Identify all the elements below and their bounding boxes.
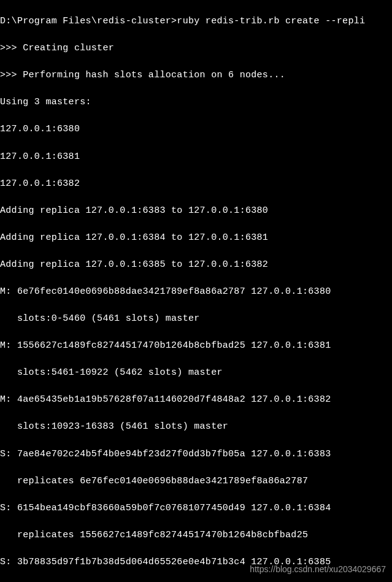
terminal-line: M: 1556627c1489fc82744517470b1264b8cbfba… — [0, 339, 392, 353]
terminal-line: slots:5461-10922 (5462 slots) master — [0, 366, 392, 380]
terminal-line: D:\Program Files\redis-cluster>ruby redi… — [0, 15, 392, 28]
terminal-line: slots:0-5460 (5461 slots) master — [0, 312, 392, 326]
terminal-output: D:\Program Files\redis-cluster>ruby redi… — [0, 1, 392, 582]
terminal-line: 127.0.0.1:6380 — [0, 123, 392, 136]
terminal-line: Adding replica 127.0.0.1:6384 to 127.0.0… — [0, 231, 392, 245]
terminal-line: S: 6154bea149cbf83660a59b0f7c07681077450… — [0, 502, 392, 515]
terminal-line: 127.0.0.1:6382 — [0, 177, 392, 191]
terminal-line: replicates 6e76fec0140e0696b88dae3421789… — [0, 475, 392, 488]
terminal-line: M: 4ae65435eb1a19b57628f07a1146020d7f484… — [0, 393, 392, 407]
terminal-line: Adding replica 127.0.0.1:6385 to 127.0.0… — [0, 258, 392, 272]
terminal-line: Using 3 masters: — [0, 96, 392, 109]
terminal-line: Adding replica 127.0.0.1:6383 to 127.0.0… — [0, 204, 392, 218]
terminal-line: replicates 1556627c1489fc82744517470b126… — [0, 529, 392, 542]
terminal-line: S: 7ae84e702c24b5f4b0e94bf23d27f0dd3b7fb… — [0, 448, 392, 461]
terminal-line: >>> Performing hash slots allocation on … — [0, 69, 392, 82]
terminal-line: M: 6e76fec0140e0696b88dae3421789ef8a86a2… — [0, 285, 392, 299]
terminal-line: 127.0.0.1:6381 — [0, 150, 392, 164]
watermark-text: https://blog.csdn.net/xu2034029667 — [250, 563, 386, 576]
terminal-line: >>> Creating cluster — [0, 42, 392, 55]
terminal-line: slots:10923-16383 (5461 slots) master — [0, 420, 392, 434]
